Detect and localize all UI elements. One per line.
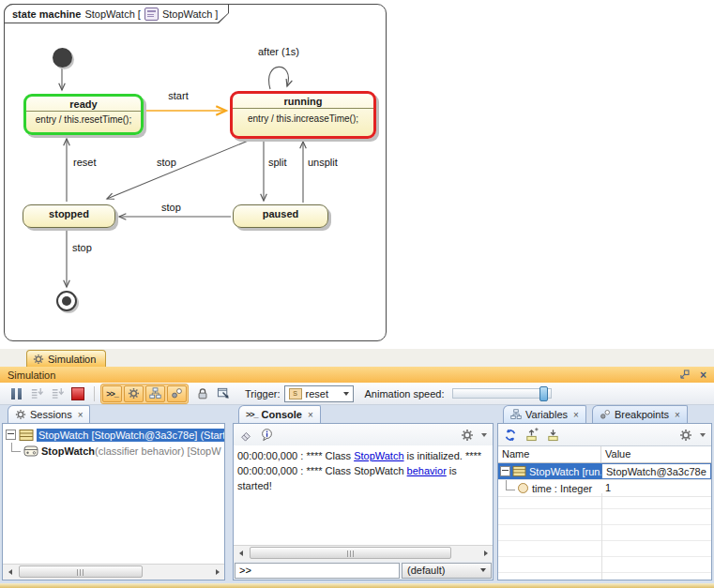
gear-icon[interactable]	[679, 429, 692, 442]
application-window: state machine StopWatch [ StopWatch ]	[0, 0, 714, 588]
session-child-name: StopWatch	[41, 445, 95, 457]
chevron-down-icon[interactable]	[700, 433, 706, 437]
variables-toolbar	[498, 424, 711, 446]
scrollbar-thumb[interactable]	[19, 565, 143, 578]
chevron-down-icon[interactable]	[481, 433, 487, 437]
toggle-console-button[interactable]: >>_	[102, 385, 122, 402]
class-icon	[19, 429, 34, 442]
column-value[interactable]: Value	[601, 446, 711, 462]
refresh-icon[interactable]	[504, 429, 517, 442]
pause-button[interactable]	[6, 384, 26, 403]
initial-pseudostate[interactable]	[53, 48, 72, 68]
table-row[interactable]: StopWatch [run... StopWatch@3a3c78e	[498, 463, 711, 480]
animation-speed-label: Animation speed:	[365, 388, 445, 400]
animation-speed-slider[interactable]	[452, 388, 552, 399]
toggle-options-button[interactable]	[124, 385, 144, 402]
scroll-left-icon[interactable]	[3, 565, 17, 579]
step-into-button[interactable]	[26, 384, 47, 403]
collapse-icon[interactable]	[500, 466, 510, 476]
column-name[interactable]: Name	[498, 446, 601, 462]
state-ready[interactable]: ready entry / this.resetTime();	[23, 94, 144, 135]
variable-value[interactable]: StopWatch@3a3c78e	[601, 463, 711, 479]
state-stopped[interactable]: stopped	[23, 204, 115, 228]
simulation-dock: Simulation Simulation × >>_ Trigger:	[0, 349, 714, 588]
scroll-left-icon[interactable]	[234, 546, 248, 560]
session-child-row[interactable]: StopWatch (classifier behavior) [StopW	[3, 443, 224, 459]
terminate-icon	[71, 387, 84, 400]
console-toolbar	[234, 424, 493, 446]
close-icon[interactable]: ×	[78, 410, 84, 420]
scroll-right-icon[interactable]	[210, 565, 224, 579]
console-context-select[interactable]: (default)	[402, 563, 492, 579]
close-icon[interactable]: ×	[308, 410, 313, 420]
info-icon[interactable]	[260, 428, 274, 442]
statemachine-diagram-icon	[144, 8, 159, 21]
variables-panel: Variables × Breakpoints ×	[497, 405, 712, 580]
statemachine-icon	[23, 445, 38, 458]
variable-name: StopWatch [run...	[529, 466, 601, 477]
tab-breakpoints[interactable]: Breakpoints ×	[592, 405, 688, 423]
gear-icon[interactable]	[461, 429, 474, 442]
tab-console[interactable]: >>_ Console ×	[238, 405, 321, 423]
step-over-button[interactable]	[47, 384, 68, 403]
slider-handle[interactable]	[539, 386, 548, 401]
console-output[interactable]: 00:00:00,000 : **** Class StopWatch is i…	[234, 445, 493, 546]
class-icon	[512, 465, 526, 477]
scroll-right-icon[interactable]	[479, 546, 493, 560]
close-icon[interactable]: ×	[573, 410, 579, 420]
state-paused-name: paused	[234, 205, 327, 223]
open-diagram-button[interactable]	[213, 384, 234, 403]
tab-variables[interactable]: Variables ×	[503, 405, 586, 423]
clear-console-icon[interactable]	[239, 429, 252, 442]
step-over-icon	[51, 386, 65, 400]
console-link[interactable]: StopWatch	[354, 450, 403, 461]
gear-icon	[128, 387, 140, 400]
diagram-canvas[interactable]: state machine StopWatch [ StopWatch ]	[0, 0, 714, 349]
breakpoints-icon	[171, 387, 183, 400]
chevron-down-icon	[343, 392, 349, 396]
simulation-toolbar: >>_ Trigger: S reset Animation speed:	[0, 383, 714, 405]
tab-sessions[interactable]: Sessions ×	[8, 405, 90, 423]
toggle-variables-button[interactable]	[145, 385, 165, 402]
final-state[interactable]	[56, 291, 77, 311]
pause-icon	[11, 388, 22, 400]
state-running[interactable]: running entry / this.increaseTime();	[230, 91, 376, 139]
close-icon[interactable]: ×	[700, 369, 706, 381]
empty-grid	[498, 493, 711, 580]
float-window-icon[interactable]	[678, 369, 691, 381]
collapse-icon[interactable]	[6, 430, 16, 440]
state-paused[interactable]: paused	[233, 204, 328, 228]
sessions-tree: StopWatch [StopWatch@3a3c78e] (Started S…	[2, 423, 225, 580]
close-icon[interactable]: ×	[675, 410, 680, 420]
sessions-hscrollbar[interactable]	[3, 564, 224, 580]
trigger-select[interactable]: S reset	[284, 385, 354, 402]
state-ready-name: ready	[26, 97, 141, 111]
tree-icon	[510, 409, 522, 420]
lock-button[interactable]	[192, 384, 213, 403]
toggle-breakpoints-button[interactable]	[167, 385, 187, 402]
console-icon: >>_	[246, 410, 258, 419]
scrollbar-thumb[interactable]	[250, 547, 451, 559]
state-stopped-name: stopped	[23, 205, 114, 223]
export-icon[interactable]	[546, 428, 560, 442]
tab-simulation[interactable]: Simulation	[26, 350, 106, 367]
chevron-down-icon	[480, 568, 486, 572]
dock-tab-strip: Simulation	[0, 349, 714, 367]
console-panel: >>_ Console × 00:00:00,000 : **** Class …	[233, 405, 494, 580]
console-line: 00:00:00,000 : **** Class StopWatch beha…	[237, 463, 489, 493]
frame-ref: StopWatch ]	[162, 8, 219, 20]
attribute-icon	[518, 483, 528, 493]
state-running-entry: entry / this.increaseTime();	[233, 108, 373, 127]
breakpoints-icon	[600, 409, 611, 420]
console-link[interactable]: behavior	[407, 465, 447, 476]
console-hscrollbar[interactable]	[234, 545, 493, 561]
variable-name: time : Integer	[532, 483, 592, 494]
terminate-button[interactable]	[68, 384, 88, 403]
session-root-row[interactable]: StopWatch [StopWatch@3a3c78e] (Started	[3, 427, 224, 443]
console-input[interactable]	[235, 563, 400, 579]
frame-title-tab[interactable]: state machine StopWatch [ StopWatch ]	[4, 4, 229, 23]
session-root-label: StopWatch [StopWatch@3a3c78e] (Started	[37, 429, 224, 442]
simulation-header-title: Simulation	[8, 369, 55, 381]
variables-table-header: Name Value	[498, 446, 711, 463]
add-watch-icon[interactable]	[524, 428, 539, 442]
